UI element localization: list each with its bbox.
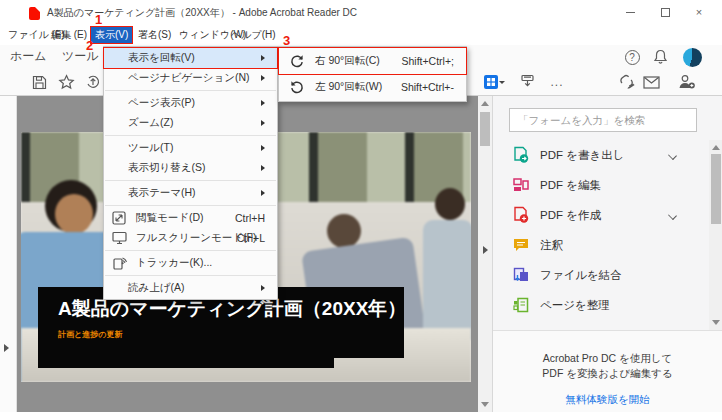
maximize-icon [661, 8, 670, 17]
tool-label: PDF を書き出し [540, 148, 625, 163]
tool-organize-pages[interactable]: ページを整理 [493, 290, 708, 320]
scroll-up-icon[interactable] [712, 145, 720, 150]
slide-banner-strip [38, 358, 334, 368]
menu-item-read-mode[interactable]: 閲覧モード(D) Ctrl+H [104, 208, 277, 228]
submenu-item-rotate-left[interactable]: 左 90°回転(W) Shift+Ctrl+- [279, 74, 466, 100]
scroll-down-icon[interactable] [481, 402, 489, 407]
menu-item-read-out-loud[interactable]: 読み上げ(A) [104, 278, 277, 298]
submenu-arrow-icon [261, 120, 268, 126]
tool-create-pdf[interactable]: PDF を作成 [493, 200, 708, 230]
menu-item-show-hide[interactable]: 表示切り替え(S) [104, 158, 277, 178]
right-panel-toggle-icon[interactable] [483, 246, 492, 254]
menu-item-full-screen-mode[interactable]: フルスクリーンモード(F) Ctrl+L [104, 228, 277, 248]
menu-item-label: 読み上げ(A) [128, 281, 185, 295]
menu-item-label: 閲覧モード(D) [136, 211, 204, 225]
slide-subtitle: 計画と進捗の更新 [58, 329, 404, 340]
tool-combine-files[interactable]: ファイルを結合 [493, 260, 708, 290]
close-button[interactable]: × [684, 2, 714, 22]
menu-edit[interactable]: 編集 (E) [47, 27, 91, 43]
photo-person [327, 214, 361, 248]
submenu-arrow-icon [261, 75, 268, 81]
rotate-counterclockwise-icon [289, 79, 305, 95]
panel-scrollbar[interactable] [709, 140, 722, 330]
search-tools-input[interactable] [509, 108, 697, 132]
minimize-button[interactable] [615, 2, 645, 22]
tool-edit-pdf[interactable]: PDF を編集 [493, 170, 708, 200]
menu-view[interactable]: 表示(V) [91, 27, 132, 43]
submenu-item-label: 右 90°回転(C) [315, 54, 380, 68]
menu-shortcut: Ctrl+H [235, 212, 265, 224]
notifications-button[interactable] [650, 47, 670, 67]
tool-export-pdf[interactable]: PDF を書き出し [493, 140, 708, 170]
favorite-button[interactable] [55, 73, 77, 91]
free-trial-link[interactable]: 無料体験版を開始 [565, 393, 649, 407]
send-for-signature-button[interactable] [516, 73, 538, 91]
maximize-button[interactable] [650, 2, 680, 22]
save-button[interactable] [28, 73, 50, 91]
tool-comment[interactable]: 注釈 [493, 230, 708, 260]
minimize-icon [626, 12, 635, 13]
view-menu-dropdown: 表示を回転(V) ページナビゲーション(N) ページ表示(P) ズーム(Z) ツ… [103, 46, 278, 300]
menu-bar: ファイル (F) 編集 (E) 表示(V) 署名(S) ウィンドウ(W) ヘルプ… [0, 26, 722, 45]
title-bar: A製品のマーケティング計画（20XX年） - Adobe Acrobat Rea… [0, 0, 722, 26]
help-button[interactable]: ? [622, 47, 642, 67]
menu-item-label: ページナビゲーション(N) [128, 71, 250, 85]
rotate-view-submenu: 右 90°回転(C) Shift+Ctrl+; 左 90°回転(W) Shift… [278, 46, 467, 102]
scrollbar-thumb[interactable] [480, 112, 490, 146]
envelope-icon [643, 76, 660, 89]
menu-item-tools[interactable]: ツール(T) [104, 138, 277, 158]
menu-shortcut: Shift+Ctrl+- [401, 81, 454, 93]
rotate-clockwise-icon [289, 53, 305, 69]
menu-item-tracker[interactable]: トラッカー(K)... [104, 253, 277, 273]
account-button[interactable] [682, 47, 702, 67]
tool-label: PDF を編集 [540, 178, 601, 193]
menu-help[interactable]: ヘルプ(H) [227, 27, 280, 43]
submenu-arrow-icon [261, 145, 268, 151]
upload-arrow-icon [85, 74, 101, 90]
left-panel-expand-icon[interactable] [4, 344, 13, 352]
save-icon [32, 75, 47, 90]
document-scrollbar[interactable] [478, 96, 492, 412]
menu-item-page-display[interactable]: ページ表示(P) [104, 93, 277, 113]
submenu-item-label: 左 90°回転(W) [315, 80, 382, 94]
tab-home[interactable]: ホーム [10, 48, 47, 65]
close-icon: × [696, 6, 702, 18]
ellipsis-icon: ... [550, 75, 563, 89]
help-icon: ? [625, 50, 640, 65]
menu-sign[interactable]: 署名(S) [134, 27, 175, 43]
chevron-down-icon [499, 81, 505, 87]
invite-button[interactable] [676, 73, 698, 91]
scrollbar-thumb[interactable] [711, 154, 721, 224]
menu-item-label: 表示を回転(V) [128, 51, 195, 65]
menu-separator [105, 135, 276, 136]
tools-panel: PDF を書き出し PDF を編集 PDF を作成 注釈 ファイルを結合 [492, 96, 722, 412]
tracker-icon [112, 256, 127, 271]
tool-label: ファイルを結合 [540, 268, 622, 283]
menu-item-display-theme[interactable]: 表示テーマ(H) [104, 183, 277, 203]
more-tools-button[interactable]: ... [546, 73, 568, 91]
fill-sign-button[interactable] [616, 73, 638, 91]
export-pdf-tool-button[interactable] [481, 73, 507, 91]
edit-pdf-tool-icon [512, 176, 530, 194]
menu-item-zoom[interactable]: ズーム(Z) [104, 113, 277, 133]
export-pdf-tool-icon [512, 146, 530, 164]
left-panel-strip [0, 96, 17, 412]
menu-item-rotate-view[interactable]: 表示を回転(V) [104, 48, 277, 68]
promo-text-line2: PDF を変換および編集する [493, 366, 722, 381]
combine-files-tool-icon [512, 266, 530, 284]
share-button[interactable] [82, 73, 104, 91]
menu-item-page-navigation[interactable]: ページナビゲーション(N) [104, 68, 277, 88]
star-icon [58, 74, 75, 90]
menu-item-label: 表示テーマ(H) [128, 186, 196, 200]
scroll-down-icon[interactable] [712, 320, 720, 325]
chevron-down-icon[interactable] [668, 151, 677, 160]
email-button[interactable] [640, 73, 662, 91]
scroll-up-icon[interactable] [481, 101, 489, 106]
submenu-arrow-icon [261, 190, 268, 196]
submenu-item-rotate-right[interactable]: 右 90°回転(C) Shift+Ctrl+; [279, 48, 466, 74]
annotation-step-3: 3 [283, 33, 290, 48]
menu-item-label: ツール(T) [128, 141, 173, 155]
menu-separator [105, 250, 276, 251]
acrobat-app-icon [29, 7, 40, 20]
chevron-down-icon[interactable] [668, 211, 677, 220]
